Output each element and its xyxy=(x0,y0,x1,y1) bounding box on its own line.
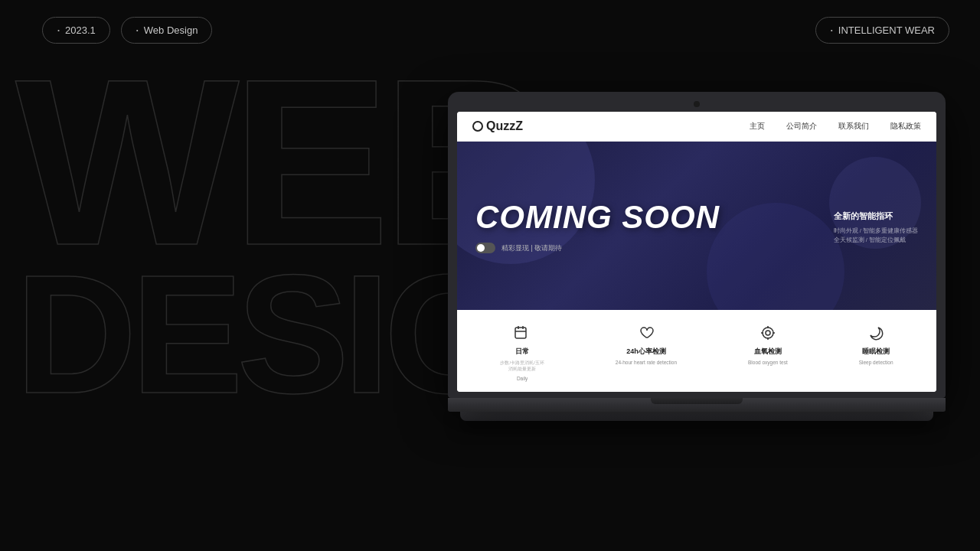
category-tag: INTELLIGENT WEAR xyxy=(815,17,949,44)
screen-features: 日常 步数/卡路里消耗/五环消耗能量更新 Daily 24h心率检测 24-ho… xyxy=(457,310,936,392)
laptop-bottom xyxy=(460,412,933,421)
feature-heart: 24h心率检测 24-hour heart rate detection xyxy=(616,322,677,381)
laptop-screen-outer: QuzzZ 主页 公司简介 联系我们 隐私政策 COMING SOON xyxy=(448,92,946,398)
hero-right: 全新的智能指环 时尚外观 / 智能多重健康传感器 全天候监测 / 智能定位佩戴 xyxy=(818,210,918,245)
feature-daily: 日常 步数/卡路里消耗/五环消耗能量更新 Daily xyxy=(500,322,544,381)
laptop-mockup: QuzzZ 主页 公司简介 联系我们 隐私政策 COMING SOON xyxy=(448,92,946,421)
laptop-screen: QuzzZ 主页 公司简介 联系我们 隐私政策 COMING SOON xyxy=(457,112,936,392)
feature-oxygen: 血氧检测 Blood oxygen test xyxy=(748,322,788,381)
laptop-hinge xyxy=(651,398,743,404)
top-left-tags: 2023.1 Web Design xyxy=(42,17,212,44)
feature-sleep-en: Sleep detection xyxy=(859,360,893,365)
nav-link-contact[interactable]: 联系我们 xyxy=(838,121,869,132)
coming-soon-text: COMING SOON xyxy=(475,201,818,233)
logo-circle-icon xyxy=(472,121,483,132)
hero-right-title: 全新的智能指环 xyxy=(834,210,918,222)
svg-point-5 xyxy=(766,331,770,335)
feature-heart-icon xyxy=(635,322,657,344)
type-tag: Web Design xyxy=(121,17,213,44)
hero-left: COMING SOON 精彩显现 | 敬请期待 xyxy=(475,201,818,253)
feature-oxygen-en: Blood oxygen test xyxy=(748,360,788,365)
feature-heart-cn: 24h心率检测 xyxy=(626,347,666,357)
screen-logo: QuzzZ xyxy=(472,119,523,133)
hero-subtitle: 精彩显现 | 敬请期待 xyxy=(475,243,818,253)
feature-daily-en: Daily xyxy=(517,376,528,381)
screen-hero: COMING SOON 精彩显现 | 敬请期待 全新的智能指环 时尚外观 / 智… xyxy=(457,142,936,310)
feature-daily-cn: 日常 xyxy=(515,347,529,357)
hero-subtitle-text: 精彩显现 | 敬请期待 xyxy=(501,243,562,253)
laptop-camera xyxy=(694,101,700,107)
nav-link-privacy[interactable]: 隐私政策 xyxy=(890,121,921,132)
feature-heart-en: 24-hour heart rate detection xyxy=(616,360,677,365)
feature-sleep-icon xyxy=(865,322,887,344)
feature-sleep: 睡眠检测 Sleep detection xyxy=(859,322,893,381)
hero-toggle-icon xyxy=(475,243,495,253)
screen-nav-links[interactable]: 主页 公司简介 联系我们 隐私政策 xyxy=(750,121,921,132)
feature-oxygen-cn: 血氧检测 xyxy=(754,347,782,357)
laptop-base xyxy=(448,398,946,412)
svg-point-4 xyxy=(763,328,773,338)
feature-sleep-cn: 睡眠检测 xyxy=(862,347,890,357)
svg-rect-0 xyxy=(515,328,526,338)
feature-daily-desc: 步数/卡路里消耗/五环消耗能量更新 xyxy=(500,360,544,373)
feature-oxygen-icon xyxy=(757,322,779,344)
screen-nav: QuzzZ 主页 公司简介 联系我们 隐私政策 xyxy=(457,112,936,142)
hero-right-desc: 时尚外观 / 智能多重健康传感器 全天候监测 / 智能定位佩戴 xyxy=(834,227,918,245)
nav-link-about[interactable]: 公司简介 xyxy=(786,121,817,132)
nav-link-home[interactable]: 主页 xyxy=(750,121,765,132)
feature-daily-icon xyxy=(511,322,533,344)
year-tag: 2023.1 xyxy=(42,17,110,44)
